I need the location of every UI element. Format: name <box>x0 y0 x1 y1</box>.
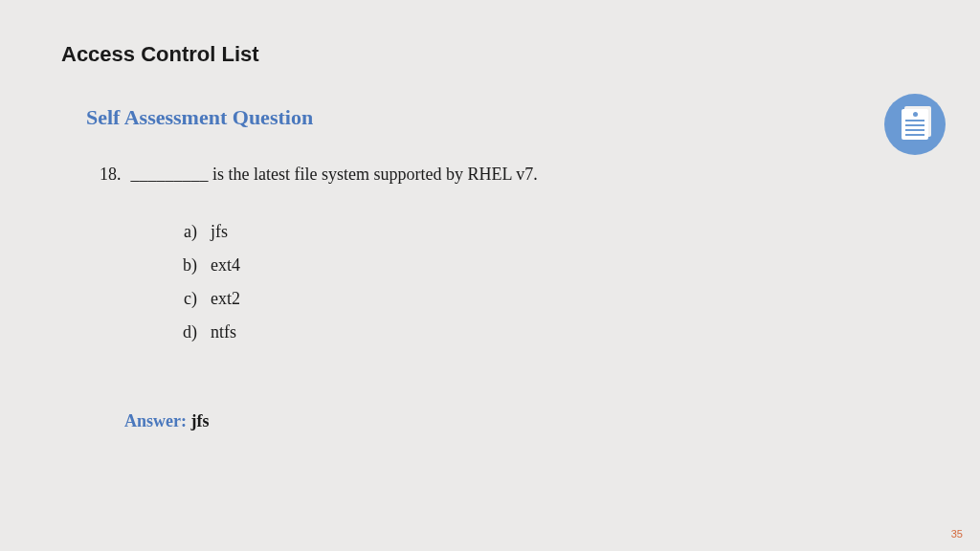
options-list: a) jfs b) ext4 c) ext2 d) ntfs <box>178 222 240 356</box>
option-text: jfs <box>211 222 228 242</box>
document-icon <box>902 109 928 140</box>
page-number: 35 <box>951 528 963 540</box>
assessment-badge <box>884 94 946 155</box>
section-heading: Self Assessment Question <box>86 105 313 130</box>
question-body: _________ is the latest file system supp… <box>131 165 538 185</box>
option-letter: d) <box>178 322 211 342</box>
question-number: 18. <box>100 165 122 185</box>
option-a: a) jfs <box>178 222 240 242</box>
option-letter: c) <box>178 289 211 309</box>
answer-label: Answer: <box>124 411 191 430</box>
option-letter: b) <box>178 255 211 276</box>
page-title: Access Control List <box>61 42 259 67</box>
question-text: 18. _________ is the latest file system … <box>100 165 538 185</box>
option-text: ntfs <box>211 322 236 342</box>
option-text: ext2 <box>211 289 240 309</box>
answer-line: Answer: jfs <box>124 411 210 431</box>
option-d: d) ntfs <box>178 322 240 342</box>
option-b: b) ext4 <box>178 255 240 276</box>
option-c: c) ext2 <box>178 289 240 309</box>
option-letter: a) <box>178 222 211 242</box>
answer-value: jfs <box>191 411 210 430</box>
option-text: ext4 <box>211 255 240 276</box>
